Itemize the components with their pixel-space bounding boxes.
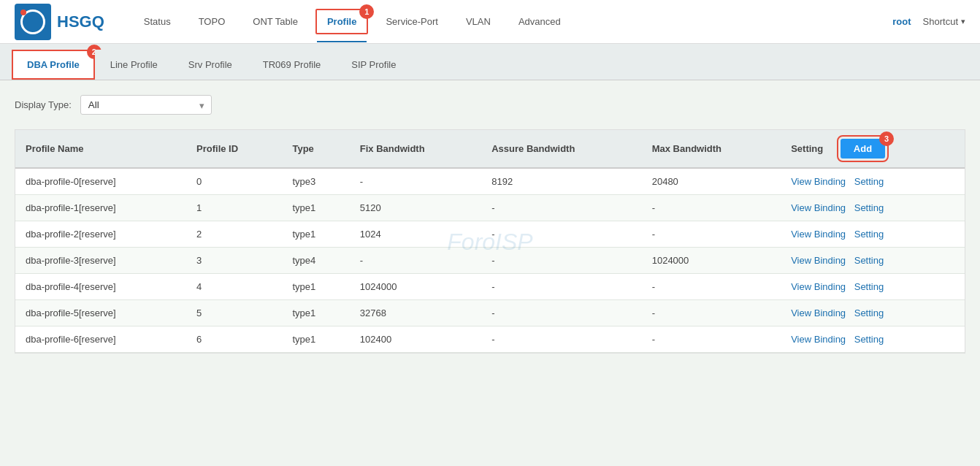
setting-link[interactable]: Setting: [854, 334, 884, 345]
cell-setting: View Binding Setting: [781, 274, 965, 300]
cell-setting: View Binding Setting: [781, 300, 965, 326]
display-type-bar: Display Type: All: [15, 95, 965, 115]
col-assure-bandwidth: Assure Bandwidth: [481, 130, 641, 168]
display-type-select-wrapper[interactable]: All: [80, 95, 212, 115]
table-wrapper: Profile Name Profile ID Type Fix Bandwid…: [15, 130, 965, 353]
cell-assure-bandwidth: -: [481, 300, 641, 326]
cell-max-bandwidth: -: [642, 195, 781, 221]
table-body: dba-profile-0[reserve] 0 type3 - 8192 20…: [15, 168, 965, 353]
cell-fix-bandwidth: 32768: [350, 300, 481, 326]
table-container: Profile Name Profile ID Type Fix Bandwid…: [15, 129, 965, 354]
setting-link[interactable]: Setting: [854, 229, 884, 240]
setting-link[interactable]: Setting: [854, 202, 884, 213]
nav-profile-badge: 1: [359, 4, 374, 19]
cell-setting: View Binding Setting: [781, 326, 965, 353]
display-type-select[interactable]: All: [80, 95, 212, 115]
view-binding-link[interactable]: View Binding: [791, 176, 846, 187]
col-fix-bandwidth: Fix Bandwidth: [350, 130, 481, 168]
tab-line-profile[interactable]: Line Profile: [95, 50, 173, 80]
setting-link[interactable]: Setting: [854, 176, 884, 187]
cell-profile-id: 2: [186, 221, 282, 248]
cell-type: type4: [282, 248, 349, 274]
cell-profile-id: 0: [186, 168, 282, 195]
cell-setting: View Binding Setting: [781, 221, 965, 248]
table-row: dba-profile-5[reserve] 5 type1 32768 - -…: [15, 300, 965, 326]
cell-type: type1: [282, 326, 349, 353]
cell-profile-name: dba-profile-1[reserve]: [15, 195, 186, 221]
logo-icon: [15, 4, 51, 40]
nav-user: root: [892, 16, 911, 27]
view-binding-link[interactable]: View Binding: [791, 308, 846, 318]
nav-status[interactable]: Status: [134, 10, 181, 33]
nav-ont-table[interactable]: ONT Table: [242, 10, 308, 33]
cell-profile-name: dba-profile-3[reserve]: [15, 248, 186, 274]
tab-sip-profile[interactable]: SIP Profile: [336, 50, 411, 80]
cell-type: type1: [282, 300, 349, 326]
cell-fix-bandwidth: 1024: [350, 221, 481, 248]
cell-profile-id: 3: [186, 248, 282, 274]
table-row: dba-profile-1[reserve] 1 type1 5120 - - …: [15, 195, 965, 221]
cell-max-bandwidth: -: [642, 274, 781, 300]
cell-assure-bandwidth: -: [481, 221, 641, 248]
cell-profile-name: dba-profile-2[reserve]: [15, 221, 186, 248]
cell-assure-bandwidth: -: [481, 326, 641, 353]
tab-dba-profile[interactable]: DBA Profile 2: [12, 50, 95, 80]
cell-profile-name: dba-profile-6[reserve]: [15, 326, 186, 353]
cell-max-bandwidth: -: [642, 326, 781, 353]
table-row: dba-profile-4[reserve] 4 type1 1024000 -…: [15, 274, 965, 300]
setting-link[interactable]: Setting: [854, 255, 884, 266]
content: Display Type: All Profile Name Profile I…: [0, 80, 980, 368]
cell-assure-bandwidth: 8192: [481, 168, 641, 195]
nav-topo[interactable]: TOPO: [188, 10, 236, 33]
view-binding-link[interactable]: View Binding: [791, 334, 846, 345]
view-binding-link[interactable]: View Binding: [791, 229, 846, 240]
cell-setting: View Binding Setting: [781, 248, 965, 274]
col-profile-name: Profile Name: [15, 130, 186, 168]
cell-fix-bandwidth: 102400: [350, 326, 481, 353]
cell-profile-name: dba-profile-4[reserve]: [15, 274, 186, 300]
nav-service-port[interactable]: Service-Port: [375, 10, 448, 33]
setting-link[interactable]: Setting: [854, 281, 884, 292]
nav-shortcut[interactable]: Shortcut: [923, 16, 965, 27]
header: HSGQ Status TOPO ONT Table Profile 1 Ser…: [0, 0, 980, 44]
col-profile-id: Profile ID: [186, 130, 282, 168]
cell-type: type3: [282, 168, 349, 195]
nav-profile[interactable]: Profile 1: [315, 9, 368, 34]
view-binding-link[interactable]: View Binding: [791, 281, 846, 292]
cell-setting: View Binding Setting: [781, 168, 965, 195]
table-header-row: Profile Name Profile ID Type Fix Bandwid…: [15, 130, 965, 168]
view-binding-link[interactable]: View Binding: [791, 255, 846, 266]
cell-assure-bandwidth: -: [481, 274, 641, 300]
cell-profile-name: dba-profile-5[reserve]: [15, 300, 186, 326]
tabs-bar: DBA Profile 2 Line Profile Srv Profile T…: [0, 44, 980, 80]
cell-fix-bandwidth: 5120: [350, 195, 481, 221]
cell-max-bandwidth: 20480: [642, 168, 781, 195]
logo: HSGQ: [15, 4, 104, 40]
logo-text: HSGQ: [57, 12, 104, 31]
nav-advanced[interactable]: Advanced: [508, 10, 571, 33]
cell-type: type1: [282, 274, 349, 300]
cell-max-bandwidth: -: [642, 221, 781, 248]
cell-type: type1: [282, 221, 349, 248]
cell-setting: View Binding Setting: [781, 195, 965, 221]
main-nav: Status TOPO ONT Table Profile 1 Service-…: [134, 9, 893, 34]
col-type: Type: [282, 130, 349, 168]
col-max-bandwidth: Max Bandwidth: [642, 130, 781, 168]
view-binding-link[interactable]: View Binding: [791, 202, 846, 213]
setting-link[interactable]: Setting: [854, 308, 884, 318]
tab-tr069-profile[interactable]: TR069 Profile: [248, 50, 336, 80]
table-row: dba-profile-3[reserve] 3 type4 - - 10240…: [15, 248, 965, 274]
table-row: dba-profile-2[reserve] 2 type1 1024 - - …: [15, 221, 965, 248]
add-badge: 3: [879, 131, 894, 146]
display-type-label: Display Type:: [15, 99, 72, 110]
tab-srv-profile[interactable]: Srv Profile: [173, 50, 248, 80]
cell-max-bandwidth: 1024000: [642, 248, 781, 274]
table-row: dba-profile-6[reserve] 6 type1 102400 - …: [15, 326, 965, 353]
cell-assure-bandwidth: -: [481, 248, 641, 274]
nav-vlan[interactable]: VLAN: [456, 10, 501, 33]
cell-profile-id: 5: [186, 300, 282, 326]
dba-profile-table: Profile Name Profile ID Type Fix Bandwid…: [15, 130, 965, 353]
add-button[interactable]: Add 3: [841, 139, 885, 158]
nav-right: root Shortcut: [892, 16, 965, 27]
cell-max-bandwidth: -: [642, 300, 781, 326]
